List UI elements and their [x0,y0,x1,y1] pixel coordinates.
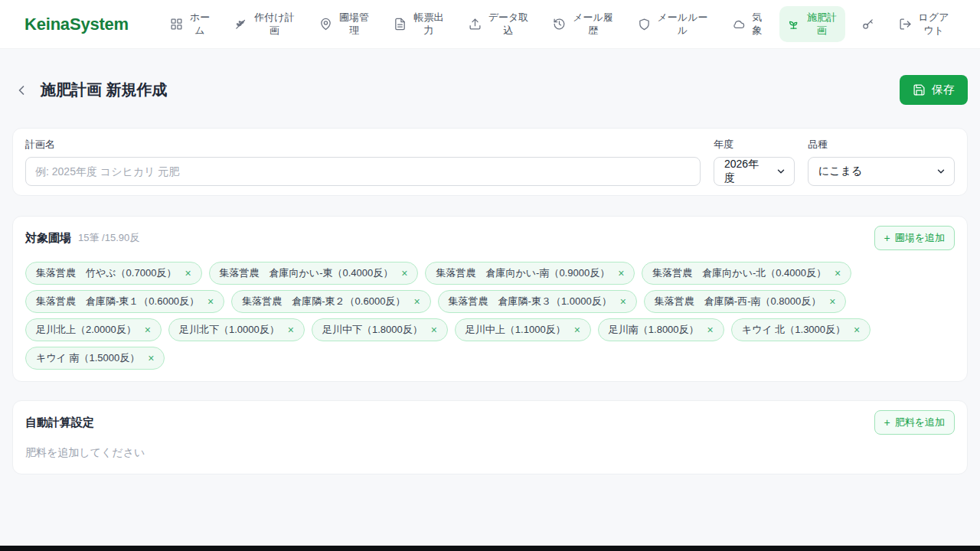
field-tag-label: 集落営農 倉庫隣-東２（0.6000反） [242,295,405,308]
target-fields-header: 対象圃場 15筆 /15.90反 + 圃場を追加 [25,226,955,250]
nav-item-logout[interactable]: ログアウト [891,6,957,43]
upload-icon [469,18,482,31]
field-tag: 集落営農 倉庫向かい-東（0.4000反） × [209,262,419,285]
grid-icon [170,18,183,31]
remove-tag-button[interactable]: × [431,324,437,335]
nav-item-weather[interactable]: 気象 [724,6,770,43]
nav-item-label: 圃場管理 [338,11,370,37]
plan-meta-card: 計画名 年度 2026年度 品種 にこまる [12,128,968,196]
remove-tag-button[interactable]: × [707,324,714,335]
nav-item-field-management[interactable]: 圃場管理 [312,6,377,43]
main-nav: ホーム 作付け計画 圃場管理 帳票出力 データ取込 [162,6,957,43]
topbar: KeinaSystem ホーム 作付け計画 圃場管理 帳票出力 [0,0,980,49]
key-icon [861,18,874,31]
variety-select[interactable]: にこまる [808,157,955,186]
save-button-label: 保存 [932,83,955,97]
empty-message: 肥料を追加してください [25,446,955,460]
field-tag-label: 集落営農 倉庫向かい-南（0.9000反） [436,266,609,280]
remove-tag-button[interactable]: × [207,296,214,307]
add-fertilizer-button[interactable]: + 肥料を追加 [874,410,956,435]
field-tag: 足川南（1.8000反） × [598,318,724,341]
nav-item-label: データ取込 [488,11,529,37]
nav-item-report-output[interactable]: 帳票出力 [386,6,452,43]
history-icon [553,18,566,31]
chevron-left-icon [14,83,29,98]
save-button[interactable]: 保存 [900,75,968,105]
variety-group: 品種 にこまる [808,138,955,186]
field-tag-label: 集落営農 竹やぶ（0.7000反） [36,266,176,280]
field-tag: 集落営農 倉庫隣-東２（0.6000反） × [231,290,430,313]
map-pin-icon [319,18,332,31]
plan-name-group: 計画名 [25,138,701,186]
field-tag: 集落営農 倉庫隣-西-南（0.8000反） × [644,290,847,313]
year-select[interactable]: 2026年度 [714,157,795,186]
year-select-value: 2026年度 [724,158,769,185]
brand-logo: KeinaSystem [24,15,129,34]
remove-tag-button[interactable]: × [620,296,626,307]
add-fertilizer-button-label: 肥料を追加 [895,416,945,429]
remove-tag-button[interactable]: × [288,324,294,335]
nav-item-fertilization-plan[interactable]: 施肥計画 [779,6,845,43]
remove-tag-button[interactable]: × [148,353,154,364]
nav-item-mail-history[interactable]: メール履歴 [545,6,621,43]
shield-icon [638,18,651,31]
chevron-down-icon [776,166,786,177]
nav-item-label: 施肥計画 [806,11,838,37]
field-tag: 足川北下（1.0000反） × [168,318,305,341]
remove-tag-button[interactable]: × [854,324,860,335]
nav-item-label: 作付け計画 [253,11,295,37]
field-tag: 集落営農 倉庫隣-東１（0.6000反） × [25,290,224,313]
field-tag-label: 足川北上（2.0000反） [36,323,136,337]
field-tag: キウイ 北（1.3000反） × [731,318,871,341]
remove-tag-button[interactable]: × [835,268,841,279]
section-title: 対象圃場 [25,231,71,246]
field-tag-label: 足川中下（1.8000反） [322,323,423,337]
auto-calc-header: 自動計算設定 + 肥料を追加 [25,410,955,435]
target-fields-card: 対象圃場 15筆 /15.90反 + 圃場を追加 集落営農 竹やぶ（0.7000… [12,216,968,382]
add-field-button[interactable]: + 圃場を追加 [874,226,956,250]
back-button[interactable] [12,81,31,99]
nav-item-mail-rules[interactable]: メールルール [630,6,716,43]
field-tag-label: 集落営農 倉庫向かい-北（0.4000反） [652,266,826,280]
remove-tag-button[interactable]: × [145,324,151,335]
field-tag-label: 集落営農 倉庫隣-西-南（0.8000反） [655,295,821,308]
field-tag-label: 足川北下（1.0000反） [179,323,279,337]
plan-name-label: 計画名 [25,138,701,152]
field-tag: 足川北上（2.0000反） × [25,318,162,341]
nav-item-label: ホーム [189,11,211,37]
nav-item-label: 帳票出力 [413,11,444,37]
nav-item-api-key[interactable] [854,12,882,36]
logout-icon [899,18,912,31]
wheat-icon [234,18,247,31]
variety-label: 品種 [808,138,955,152]
remove-tag-button[interactable]: × [413,296,420,307]
sprout-icon [787,18,800,31]
remove-tag-button[interactable]: × [829,296,835,307]
remove-tag-button[interactable]: × [401,268,407,279]
plan-name-input[interactable] [25,157,701,186]
page-header: 施肥計画 新規作成 保存 [0,49,980,105]
nav-item-home[interactable]: ホーム [162,6,218,43]
remove-tag-button[interactable]: × [618,268,624,279]
field-tag: 集落営農 倉庫隣-東３（1.0000反） × [438,290,637,313]
plus-icon: + [884,417,890,428]
nav-item-label: メールルール [657,11,708,37]
save-icon [913,83,926,96]
nav-item-label: メール履歴 [572,11,613,37]
remove-tag-button[interactable]: × [574,324,580,335]
remove-tag-button[interactable]: × [185,268,191,279]
nav-item-planting-plan[interactable]: 作付け計画 [227,6,302,43]
field-tag: 足川中上（1.1000反） × [455,318,591,341]
field-tag: 足川中下（1.8000反） × [312,318,448,341]
nav-item-label: ログアウト [918,11,949,37]
chevron-down-icon [936,166,946,177]
nav-item-data-import[interactable]: データ取込 [461,6,537,43]
field-tag-label: 集落営農 倉庫隣-東１（0.6000反） [36,295,199,308]
field-tag: 集落営農 倉庫向かい-北（0.4000反） × [642,262,851,285]
cloud-icon [732,18,745,31]
field-tag: 集落営農 倉庫向かい-南（0.9000反） × [425,262,635,285]
add-field-button-label: 圃場を追加 [895,231,945,245]
year-label: 年度 [714,138,795,152]
year-group: 年度 2026年度 [714,138,795,186]
auto-calc-card: 自動計算設定 + 肥料を追加 肥料を追加してください [12,400,968,474]
